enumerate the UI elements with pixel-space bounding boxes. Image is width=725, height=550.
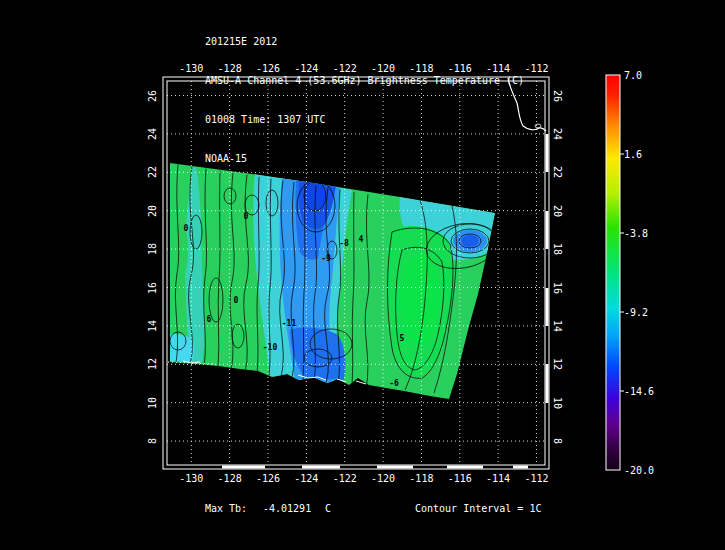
lon-tick-top-5: -120 — [371, 63, 395, 74]
contour-label-2: -8 — [339, 239, 349, 248]
lon-tick-top-9: -112 — [524, 63, 548, 74]
contour-label-4: -9 — [321, 254, 331, 263]
lon-tick-top-6: -118 — [409, 63, 433, 74]
contour-label-10: -6 — [389, 379, 399, 388]
lat-tick-left-5: 16 — [147, 281, 158, 293]
lat-tick-left-7: 12 — [147, 358, 158, 370]
lon-tick-top-8: -114 — [486, 63, 510, 74]
lat-tick-right-0: 26 — [552, 89, 563, 101]
lon-tick-bottom-2: -126 — [256, 473, 280, 484]
contour-label-1: 0 — [244, 212, 249, 221]
lon-tick-top-1: -128 — [218, 63, 242, 74]
colorbar-label-5: -20.0 — [624, 465, 654, 476]
lat-tick-right-4: 18 — [552, 243, 563, 255]
lon-tick-bottom-7: -116 — [448, 473, 472, 484]
amsua-brightness-temperature-plot: 201215E 2012 AMSU-A Channel 4 (53.6GHz) … — [0, 0, 725, 550]
max-tb-label: Max Tb: — [205, 503, 247, 514]
lon-tick-bottom-8: -114 — [486, 473, 510, 484]
colorbar-label-1: 1.6 — [624, 149, 642, 160]
colorbar-label-3: -9.2 — [624, 307, 648, 318]
map-plot — [0, 0, 725, 550]
lon-tick-top-4: -122 — [333, 63, 357, 74]
contour-label-5: 0 — [234, 296, 239, 305]
max-tb-value: -4.01291 — [263, 503, 311, 514]
contour-label-9: 5 — [400, 334, 405, 343]
colorbar — [606, 75, 624, 470]
lat-tick-left-9: 8 — [147, 438, 158, 444]
lat-tick-left-1: 24 — [147, 128, 158, 140]
contour-label-0: 0 — [184, 224, 189, 233]
colorbar-gradient — [606, 75, 620, 470]
lat-tick-right-9: 8 — [552, 438, 563, 444]
contour-label-8: -10 — [263, 343, 277, 352]
lon-tick-bottom-4: -122 — [333, 473, 357, 484]
lon-tick-top-7: -116 — [448, 63, 472, 74]
lon-tick-bottom-1: -128 — [218, 473, 242, 484]
lat-tick-right-7: 12 — [552, 358, 563, 370]
lon-tick-top-3: -124 — [294, 63, 318, 74]
lat-tick-right-2: 22 — [552, 166, 563, 178]
contour-label-3: 4 — [359, 235, 364, 244]
lon-tick-bottom-5: -120 — [371, 473, 395, 484]
lat-tick-left-8: 10 — [147, 397, 158, 409]
lat-tick-left-0: 26 — [147, 89, 158, 101]
lon-tick-top-0: -130 — [179, 63, 203, 74]
lon-tick-bottom-9: -112 — [524, 473, 548, 484]
lat-tick-right-3: 20 — [552, 205, 563, 217]
lat-tick-left-3: 20 — [147, 205, 158, 217]
colorbar-label-2: -3.8 — [624, 228, 648, 239]
colorbar-label-0: 7.0 — [624, 70, 642, 81]
lon-tick-bottom-6: -118 — [409, 473, 433, 484]
lat-tick-right-1: 24 — [552, 128, 563, 140]
lon-tick-bottom-0: -130 — [179, 473, 203, 484]
lat-tick-left-6: 14 — [147, 320, 158, 332]
lat-tick-right-8: 10 — [552, 397, 563, 409]
contour-label-6: 6 — [207, 315, 212, 324]
lat-tick-left-4: 18 — [147, 243, 158, 255]
colorbar-label-4: -14.6 — [624, 386, 654, 397]
lat-tick-right-5: 16 — [552, 281, 563, 293]
lon-tick-bottom-3: -124 — [294, 473, 318, 484]
colorbar-ticks — [620, 154, 624, 391]
contour-label-7: -11 — [282, 319, 296, 328]
lat-tick-right-6: 14 — [552, 320, 563, 332]
max-tb-unit: C — [325, 503, 331, 514]
contour-interval-label: Contour Interval = 1C — [415, 503, 541, 514]
lat-tick-left-2: 22 — [147, 166, 158, 178]
lon-tick-top-2: -126 — [256, 63, 280, 74]
